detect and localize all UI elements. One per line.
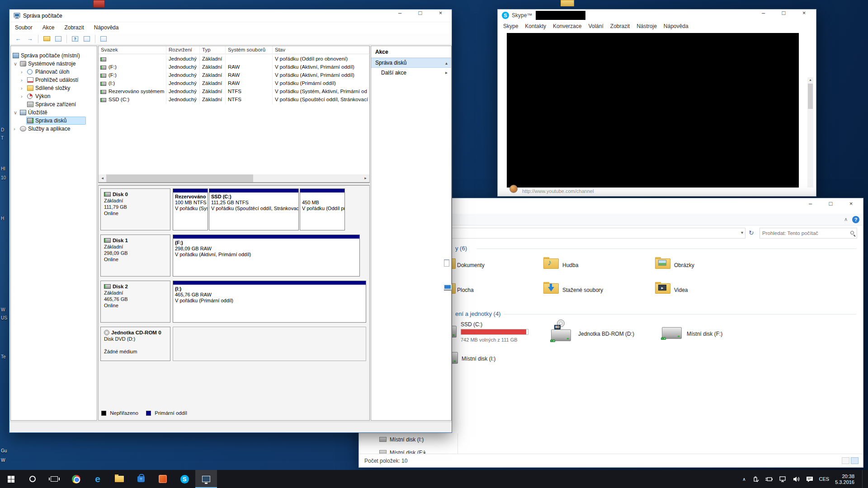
- menu-napoveda[interactable]: Nápověda: [664, 23, 689, 29]
- partition-f[interactable]: (F:) 298,09 GB RAW V pořádku (Aktivní, P…: [173, 235, 360, 277]
- clock[interactable]: 20:38 5.3.2016: [835, 473, 854, 485]
- column-header-stav[interactable]: Stav: [273, 46, 369, 54]
- close-button[interactable]: ×: [841, 200, 861, 207]
- table-row[interactable]: (F:) Jednoduchý Základní RAW V pořádku (…: [99, 63, 369, 71]
- taskbar-store[interactable]: [130, 470, 152, 488]
- menu-volani[interactable]: Volání: [588, 23, 603, 29]
- search-input[interactable]: [762, 229, 846, 238]
- close-button[interactable]: ×: [430, 9, 451, 16]
- maximize-button[interactable]: □: [774, 9, 794, 16]
- up-folder-icon[interactable]: [42, 34, 52, 43]
- table-row[interactable]: SSD (C:) Jednoduchý Základní NTFS V pořá…: [99, 96, 369, 104]
- address-dropdown-icon[interactable]: ▾: [741, 230, 743, 235]
- partition-ssd-c[interactable]: SSD (C:) 111,25 GB NTFS V pořádku (Spouš…: [209, 188, 299, 230]
- close-button[interactable]: ×: [794, 9, 814, 16]
- expand-ribbon-icon[interactable]: ∧: [844, 216, 848, 222]
- search-button[interactable]: [22, 470, 43, 488]
- network-icon[interactable]: [779, 476, 787, 483]
- power-icon[interactable]: [765, 476, 773, 482]
- taskbar-file-explorer[interactable]: [108, 470, 130, 488]
- scroll-up-icon[interactable]: ▴: [807, 78, 813, 82]
- column-header-typ[interactable]: Typ: [200, 46, 226, 54]
- show-action-pane-icon[interactable]: [82, 34, 92, 43]
- folder-label[interactable]: Dokumenty: [457, 262, 485, 268]
- language-indicator[interactable]: CES: [819, 476, 830, 482]
- table-row[interactable]: (I:) Jednoduchý Základní RAW V pořádku (…: [99, 80, 369, 88]
- task-view-button[interactable]: [43, 470, 65, 488]
- skype-footer-link[interactable]: http://www.youtube.com/channel: [522, 188, 594, 194]
- horizontal-scrollbar[interactable]: ◂ ▸: [99, 174, 369, 182]
- maximize-button[interactable]: □: [410, 9, 430, 16]
- menu-akce[interactable]: Akce: [42, 24, 55, 31]
- menu-napoveda[interactable]: Nápověda: [94, 24, 119, 31]
- music-folder-icon[interactable]: ♪: [543, 257, 559, 269]
- menu-konverzace[interactable]: Konverzace: [553, 23, 581, 29]
- folder-label[interactable]: Plocha: [457, 287, 474, 293]
- partition-i[interactable]: (I:) 465,76 GB RAW V pořádku (Primární o…: [173, 281, 366, 323]
- minimize-button[interactable]: –: [390, 9, 410, 16]
- desktop-icon-partial-folder[interactable]: [561, 0, 574, 6]
- refresh-icon[interactable]: ↻: [749, 229, 754, 236]
- taskbar-app-orange[interactable]: [152, 470, 174, 488]
- show-desktop-button[interactable]: [862, 470, 864, 488]
- scrollbar-thumb[interactable]: [106, 174, 253, 182]
- minimize-button[interactable]: –: [800, 200, 821, 207]
- volume-icon[interactable]: [793, 476, 800, 483]
- scrollbar-thumb[interactable]: [808, 84, 813, 109]
- menu-zobrazit[interactable]: Zobrazit: [64, 24, 84, 31]
- skype-title-bar[interactable]: S Skype™ – □ ×: [498, 9, 816, 21]
- taskbar-edge[interactable]: e: [87, 470, 108, 488]
- column-header-svazek[interactable]: Svazek: [99, 46, 166, 54]
- group-header-folders[interactable]: y (6): [455, 245, 467, 252]
- menu-nastroje[interactable]: Nástroje: [637, 23, 657, 29]
- pictures-folder-icon[interactable]: [655, 257, 670, 269]
- cdrom-info-box[interactable]: Jednotka CD-ROM 0 Disk DVD (D:) Žádné mé…: [100, 327, 170, 361]
- menu-skype[interactable]: Skype: [503, 23, 518, 29]
- scroll-left-icon[interactable]: ◂: [99, 174, 106, 182]
- details-view-button[interactable]: [842, 457, 849, 464]
- table-row[interactable]: Jednoduchý Základní V pořádku (Oddíl pro…: [99, 55, 369, 63]
- skype-scrollbar[interactable]: ▴ ▾: [807, 77, 813, 196]
- drive-label-i[interactable]: Místní disk (I:): [462, 356, 495, 362]
- drive-label-ssd[interactable]: SSD (C:): [461, 321, 482, 328]
- properties-icon[interactable]: [99, 34, 108, 43]
- drive-label-bdrom[interactable]: Jednotka BD-ROM (D:): [578, 331, 634, 337]
- minimize-button[interactable]: –: [753, 9, 774, 16]
- folder-label[interactable]: Obrázky: [674, 262, 694, 268]
- taskbar-skype[interactable]: S: [174, 470, 195, 488]
- column-header-rozvrzeni[interactable]: Rozvržení: [166, 46, 200, 54]
- partition-system-reserved[interactable]: Rezervováno systémem 100 MB NTFS V pořád…: [173, 188, 208, 230]
- desktop-icon-partial[interactable]: [93, 0, 105, 8]
- drive-label-f[interactable]: Místní disk (F:): [687, 331, 722, 337]
- drive-f-icon[interactable]: [662, 327, 682, 339]
- start-button[interactable]: [0, 470, 22, 488]
- menu-zobrazit[interactable]: Zobrazit: [610, 23, 630, 29]
- chevron-up-icon[interactable]: ∧: [742, 477, 745, 482]
- back-icon[interactable]: ←: [13, 34, 23, 43]
- menu-kontakty[interactable]: Kontakty: [525, 23, 546, 29]
- drive-bdrom-icon[interactable]: [551, 329, 571, 341]
- help-icon[interactable]: ?: [852, 216, 859, 223]
- forward-icon[interactable]: →: [25, 34, 35, 43]
- help-icon[interactable]: ?: [70, 34, 80, 43]
- disk-info-box[interactable]: Disk 1 Základní 298,09 GB Online: [100, 235, 170, 277]
- table-row[interactable]: Rezervováno systémem Jednoduchý Základní…: [99, 88, 369, 96]
- avatar[interactable]: [509, 185, 518, 193]
- icons-view-button[interactable]: [851, 457, 859, 464]
- folder-label[interactable]: Hudba: [562, 262, 578, 268]
- disk-info-box[interactable]: Disk 2 Základní 465,76 GB Online: [100, 281, 170, 323]
- folder-label[interactable]: Stažené soubory: [562, 287, 603, 293]
- chat-icon[interactable]: [806, 476, 813, 483]
- usb-icon[interactable]: [752, 475, 759, 483]
- show-console-tree-icon[interactable]: [53, 34, 63, 43]
- videos-folder-icon[interactable]: ▸: [655, 282, 670, 294]
- disk-info-box[interactable]: Disk 0 Základní 111,79 GB Online: [100, 188, 170, 230]
- taskbar-chrome[interactable]: [65, 470, 87, 488]
- taskbar-computer-management-active[interactable]: [195, 470, 217, 488]
- cm-title-bar[interactable]: Správa počítače – □ ×: [9, 9, 452, 22]
- scroll-right-icon[interactable]: ▸: [362, 174, 369, 182]
- folder-label[interactable]: Videa: [674, 287, 688, 293]
- search-box[interactable]: [760, 228, 857, 239]
- maximize-button[interactable]: □: [821, 200, 841, 207]
- column-header-fs[interactable]: Systém souborů: [226, 46, 273, 54]
